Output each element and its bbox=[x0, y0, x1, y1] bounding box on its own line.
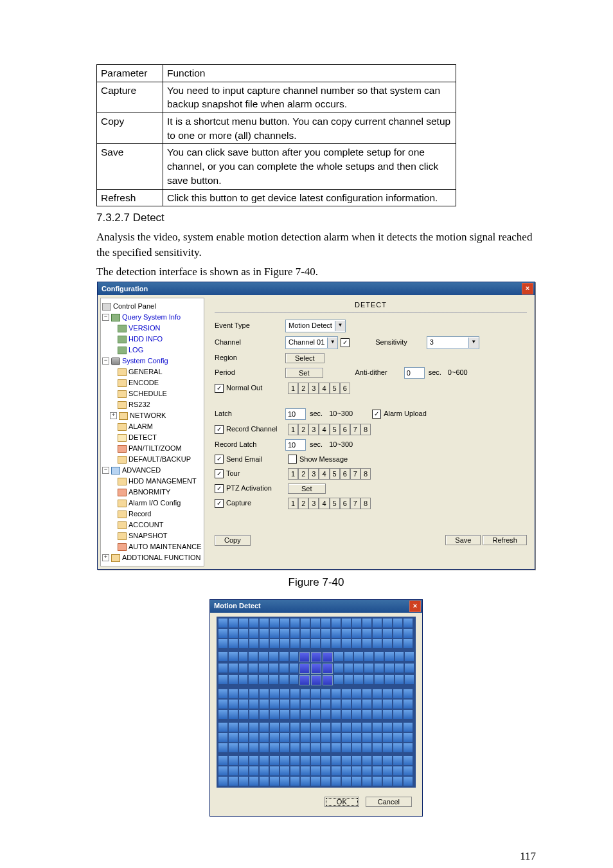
window-titlebar: Configuration × bbox=[98, 282, 535, 295]
alarm-upload-label: Alarm Upload bbox=[384, 409, 427, 419]
page-number: 117 bbox=[96, 849, 536, 864]
record-channel-label: Record Channel bbox=[226, 424, 288, 434]
save-button[interactable]: Save bbox=[445, 535, 481, 545]
latch-input[interactable]: 10 bbox=[285, 408, 306, 420]
nav-tree[interactable]: Control Panel −Query System Info VERSION… bbox=[100, 298, 204, 566]
sec-label: sec. bbox=[310, 409, 323, 419]
antidither-range: 0~600 bbox=[448, 368, 468, 377]
tree-defback[interactable]: DEFAULT/BACKUP bbox=[129, 454, 191, 465]
latch-range: 10~300 bbox=[329, 409, 353, 419]
tour-checkbox[interactable]: ✓ bbox=[215, 469, 224, 478]
tree-network[interactable]: NETWORK bbox=[130, 410, 166, 421]
record-channel-checkbox[interactable]: ✓ bbox=[215, 425, 224, 434]
configuration-window: Configuration × Control Panel −Query Sys… bbox=[97, 282, 535, 570]
copy-button[interactable]: Copy bbox=[215, 535, 251, 545]
tree-schedule[interactable]: SCHEDULE bbox=[129, 388, 167, 399]
window-titlebar: Motion Detect × bbox=[210, 600, 422, 613]
motion-grid[interactable] bbox=[217, 617, 416, 788]
tree-record[interactable]: Record bbox=[129, 509, 151, 520]
record-channel-buttons[interactable]: 12345678 bbox=[288, 424, 371, 435]
capture-checkbox[interactable]: ✓ bbox=[215, 499, 224, 508]
table-header-param: Parameter bbox=[97, 65, 163, 82]
region-select-button[interactable]: Select bbox=[285, 353, 324, 363]
cancel-button[interactable]: Cancel bbox=[366, 797, 412, 807]
show-message-label: Show Message bbox=[299, 455, 348, 464]
chevron-down-icon[interactable]: ▼ bbox=[335, 321, 345, 331]
sec-label: sec. bbox=[310, 440, 323, 449]
normal-out-label: Normal Out bbox=[226, 383, 288, 393]
tree-account[interactable]: ACCOUNT bbox=[129, 520, 163, 530]
chevron-down-icon[interactable]: ▼ bbox=[327, 338, 337, 348]
window-title: Configuration bbox=[102, 284, 148, 294]
figure-caption: Figure 7-40 bbox=[96, 575, 536, 590]
tree-addfunc[interactable]: ADDTIONAL FUNCTION bbox=[122, 552, 200, 563]
normal-out-buttons[interactable]: 123456 bbox=[288, 383, 350, 394]
table-row: SaveYou can click save button after you … bbox=[97, 144, 456, 189]
window-title: Motion Detect bbox=[214, 601, 261, 611]
chevron-down-icon[interactable]: ▼ bbox=[468, 338, 479, 348]
channel-select[interactable]: Channel 01▼ bbox=[285, 336, 338, 349]
panel-title: DETECT bbox=[215, 300, 527, 310]
tree-abnormity[interactable]: ABNORMITY bbox=[129, 487, 170, 498]
send-email-label: Send Email bbox=[226, 455, 288, 464]
ptz-label: PTZ Activation bbox=[226, 484, 288, 493]
sensitivity-label: Sensitivity bbox=[375, 338, 407, 347]
antidither-label: Anti-dither bbox=[355, 368, 387, 377]
parameter-table: Parameter Function CaptureYou need to in… bbox=[96, 64, 456, 206]
event-type-select[interactable]: Motion Detect▼ bbox=[285, 320, 346, 332]
region-label: Region bbox=[215, 353, 285, 363]
ptz-set-button[interactable]: Set bbox=[288, 484, 326, 494]
normal-out-checkbox[interactable]: ✓ bbox=[215, 384, 224, 393]
paragraph: Analysis the video, system enable motion… bbox=[96, 230, 536, 260]
ptz-checkbox[interactable]: ✓ bbox=[215, 484, 224, 493]
channel-label: Channel bbox=[215, 338, 285, 347]
table-row: RefreshClick this button to get device l… bbox=[97, 189, 456, 206]
tree-snapshot[interactable]: SNAPSHOT bbox=[129, 530, 168, 541]
event-type-label: Event Type bbox=[215, 321, 285, 330]
capture-buttons[interactable]: 12345678 bbox=[288, 498, 371, 509]
detect-panel: DETECT Event Type Motion Detect▼ Channel… bbox=[207, 295, 535, 569]
channel-enable-checkbox[interactable]: ✓ bbox=[341, 338, 350, 347]
alarm-upload-checkbox[interactable]: ✓ bbox=[372, 410, 381, 419]
tree-encode[interactable]: ENCODE bbox=[129, 377, 159, 388]
tree-automaint[interactable]: AUTO MAINTENANCE bbox=[129, 541, 201, 552]
tour-label: Tour bbox=[226, 469, 288, 478]
table-header-func: Function bbox=[163, 65, 456, 82]
tree-alarmio[interactable]: Alarm I/O Config bbox=[129, 498, 181, 509]
tree-ptz[interactable]: PAN/TILT/ZOOM bbox=[129, 443, 182, 454]
show-message-checkbox[interactable] bbox=[288, 455, 297, 464]
tree-sysconfig[interactable]: System Config bbox=[122, 356, 168, 366]
tree-alarm[interactable]: ALARM bbox=[129, 421, 153, 432]
tree-detect[interactable]: DETECT bbox=[129, 432, 157, 443]
ok-button[interactable]: OK bbox=[324, 797, 359, 807]
refresh-button[interactable]: Refresh bbox=[483, 535, 527, 545]
tree-query[interactable]: Query System Info bbox=[122, 312, 181, 323]
latch-label: Latch bbox=[215, 409, 285, 419]
send-email-checkbox[interactable]: ✓ bbox=[215, 455, 224, 464]
table-row: CaptureYou need to input capture channel… bbox=[97, 82, 456, 113]
tree-root[interactable]: Control Panel bbox=[113, 301, 156, 312]
tree-general[interactable]: GENERAL bbox=[129, 366, 163, 377]
motion-detect-window: Motion Detect × OK Cancel bbox=[209, 599, 423, 817]
table-row: CopyIt is a shortcut menu button. You ca… bbox=[97, 113, 456, 144]
sensitivity-select[interactable]: 3▼ bbox=[427, 336, 479, 349]
tree-rs232[interactable]: RS232 bbox=[129, 399, 150, 410]
tree-version[interactable]: VERSION bbox=[129, 323, 161, 334]
paragraph: The detection interface is shown as in F… bbox=[96, 264, 536, 280]
record-latch-label: Record Latch bbox=[215, 440, 285, 449]
close-icon[interactable]: × bbox=[409, 601, 421, 612]
period-set-button[interactable]: Set bbox=[285, 368, 323, 378]
record-latch-range: 10~300 bbox=[329, 440, 353, 449]
period-label: Period bbox=[215, 368, 285, 377]
close-icon[interactable]: × bbox=[522, 283, 533, 294]
tree-hddinfo[interactable]: HDD INFO bbox=[129, 334, 163, 345]
antidither-input[interactable]: 0 bbox=[404, 367, 425, 379]
tree-log[interactable]: LOG bbox=[129, 345, 143, 356]
sec-label: sec. bbox=[429, 368, 441, 377]
tree-advanced[interactable]: ADVANCED bbox=[122, 465, 161, 476]
tour-buttons[interactable]: 12345678 bbox=[288, 468, 371, 480]
tree-hddmgmt[interactable]: HDD MANAGEMENT bbox=[129, 476, 197, 487]
capture-label: Capture bbox=[226, 498, 288, 508]
section-heading: 7.3.2.7 Detect bbox=[96, 210, 536, 226]
record-latch-input[interactable]: 10 bbox=[285, 439, 306, 451]
